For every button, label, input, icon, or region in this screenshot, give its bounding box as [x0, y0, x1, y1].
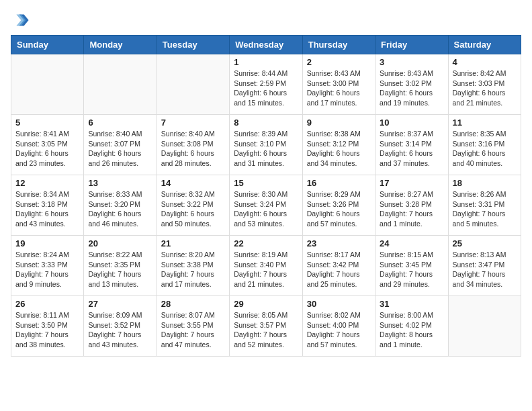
day-info: Sunrise: 8:40 AM Sunset: 3:08 PM Dayligh… — [161, 129, 225, 169]
day-number: 15 — [234, 178, 298, 188]
day-number: 18 — [453, 178, 517, 188]
calendar-cell: 24Sunrise: 8:15 AM Sunset: 3:45 PM Dayli… — [375, 236, 448, 296]
day-number: 28 — [161, 299, 225, 309]
day-info: Sunrise: 8:11 AM Sunset: 3:50 PM Dayligh… — [15, 310, 79, 350]
day-info: Sunrise: 8:44 AM Sunset: 2:59 PM Dayligh… — [234, 68, 298, 108]
day-info: Sunrise: 8:17 AM Sunset: 3:42 PM Dayligh… — [307, 250, 371, 289]
calendar-cell: 20Sunrise: 8:22 AM Sunset: 3:35 PM Dayli… — [84, 236, 157, 296]
day-info: Sunrise: 8:20 AM Sunset: 3:38 PM Dayligh… — [161, 250, 225, 289]
calendar-cell: 3Sunrise: 8:43 AM Sunset: 3:02 PM Daylig… — [375, 54, 448, 115]
day-info: Sunrise: 8:43 AM Sunset: 3:00 PM Dayligh… — [307, 68, 371, 108]
week-row-4: 19Sunrise: 8:24 AM Sunset: 3:33 PM Dayli… — [11, 236, 521, 296]
day-info: Sunrise: 8:22 AM Sunset: 3:35 PM Dayligh… — [88, 250, 152, 289]
calendar-cell — [448, 296, 521, 357]
day-number: 30 — [307, 299, 371, 309]
weekday-header-sunday: Sunday — [11, 36, 84, 54]
day-number: 16 — [307, 178, 371, 188]
weekday-header-tuesday: Tuesday — [157, 36, 229, 54]
day-number: 26 — [15, 299, 79, 309]
day-number: 2 — [307, 57, 371, 67]
calendar-cell: 25Sunrise: 8:13 AM Sunset: 3:47 PM Dayli… — [448, 236, 521, 296]
day-info: Sunrise: 8:41 AM Sunset: 3:05 PM Dayligh… — [15, 129, 79, 169]
day-info: Sunrise: 8:09 AM Sunset: 3:52 PM Dayligh… — [88, 310, 152, 350]
day-info: Sunrise: 8:43 AM Sunset: 3:02 PM Dayligh… — [380, 68, 443, 108]
day-number: 14 — [161, 178, 225, 188]
day-info: Sunrise: 8:27 AM Sunset: 3:28 PM Dayligh… — [380, 189, 443, 229]
weekday-header-saturday: Saturday — [448, 36, 521, 54]
calendar-cell: 29Sunrise: 8:05 AM Sunset: 3:57 PM Dayli… — [230, 296, 302, 357]
day-info: Sunrise: 8:00 AM Sunset: 4:02 PM Dayligh… — [380, 310, 443, 350]
day-number: 11 — [453, 118, 517, 128]
day-info: Sunrise: 8:15 AM Sunset: 3:45 PM Dayligh… — [380, 250, 443, 289]
day-info: Sunrise: 8:24 AM Sunset: 3:33 PM Dayligh… — [15, 250, 79, 289]
weekday-header-thursday: Thursday — [302, 36, 375, 54]
day-number: 17 — [380, 178, 443, 188]
logo-icon — [11, 11, 30, 30]
calendar-cell: 10Sunrise: 8:37 AM Sunset: 3:14 PM Dayli… — [375, 115, 448, 175]
calendar-cell: 28Sunrise: 8:07 AM Sunset: 3:55 PM Dayli… — [157, 296, 229, 357]
day-info: Sunrise: 8:05 AM Sunset: 3:57 PM Dayligh… — [234, 310, 298, 350]
calendar-cell: 21Sunrise: 8:20 AM Sunset: 3:38 PM Dayli… — [157, 236, 229, 296]
day-info: Sunrise: 8:39 AM Sunset: 3:10 PM Dayligh… — [234, 129, 298, 169]
day-number: 24 — [380, 238, 443, 248]
day-number: 21 — [161, 238, 225, 248]
logo — [11, 11, 32, 30]
week-row-3: 12Sunrise: 8:34 AM Sunset: 3:18 PM Dayli… — [11, 175, 521, 236]
calendar-cell: 17Sunrise: 8:27 AM Sunset: 3:28 PM Dayli… — [375, 175, 448, 236]
calendar-cell: 12Sunrise: 8:34 AM Sunset: 3:18 PM Dayli… — [11, 175, 84, 236]
day-info: Sunrise: 8:19 AM Sunset: 3:40 PM Dayligh… — [234, 250, 298, 289]
calendar-cell: 14Sunrise: 8:32 AM Sunset: 3:22 PM Dayli… — [157, 175, 229, 236]
calendar-cell: 22Sunrise: 8:19 AM Sunset: 3:40 PM Dayli… — [230, 236, 302, 296]
calendar-cell: 31Sunrise: 8:00 AM Sunset: 4:02 PM Dayli… — [375, 296, 448, 357]
day-info: Sunrise: 8:33 AM Sunset: 3:20 PM Dayligh… — [88, 189, 152, 229]
day-number: 10 — [380, 118, 443, 128]
calendar-cell — [84, 54, 157, 115]
day-number: 25 — [453, 238, 517, 248]
calendar-cell: 23Sunrise: 8:17 AM Sunset: 3:42 PM Dayli… — [302, 236, 375, 296]
calendar-cell: 15Sunrise: 8:30 AM Sunset: 3:24 PM Dayli… — [230, 175, 302, 236]
day-number: 13 — [88, 178, 152, 188]
calendar-cell: 2Sunrise: 8:43 AM Sunset: 3:00 PM Daylig… — [302, 54, 375, 115]
day-info: Sunrise: 8:34 AM Sunset: 3:18 PM Dayligh… — [15, 189, 79, 229]
day-number: 6 — [88, 118, 152, 128]
day-number: 29 — [234, 299, 298, 309]
calendar-cell: 11Sunrise: 8:35 AM Sunset: 3:16 PM Dayli… — [448, 115, 521, 175]
day-number: 23 — [307, 238, 371, 248]
calendar-cell: 13Sunrise: 8:33 AM Sunset: 3:20 PM Dayli… — [84, 175, 157, 236]
day-number: 8 — [234, 118, 298, 128]
day-info: Sunrise: 8:38 AM Sunset: 3:12 PM Dayligh… — [307, 129, 371, 169]
day-number: 5 — [15, 118, 79, 128]
calendar-table: SundayMondayTuesdayWednesdayThursdayFrid… — [11, 35, 521, 357]
calendar-cell: 7Sunrise: 8:40 AM Sunset: 3:08 PM Daylig… — [157, 115, 229, 175]
calendar-cell: 18Sunrise: 8:26 AM Sunset: 3:31 PM Dayli… — [448, 175, 521, 236]
weekday-header-monday: Monday — [84, 36, 157, 54]
day-number: 31 — [380, 299, 443, 309]
day-number: 12 — [15, 178, 79, 188]
day-info: Sunrise: 8:42 AM Sunset: 3:03 PM Dayligh… — [453, 68, 517, 108]
calendar-cell: 27Sunrise: 8:09 AM Sunset: 3:52 PM Dayli… — [84, 296, 157, 357]
calendar-cell: 8Sunrise: 8:39 AM Sunset: 3:10 PM Daylig… — [230, 115, 302, 175]
day-number: 22 — [234, 238, 298, 248]
calendar-cell: 5Sunrise: 8:41 AM Sunset: 3:05 PM Daylig… — [11, 115, 84, 175]
calendar-cell — [11, 54, 84, 115]
day-info: Sunrise: 8:30 AM Sunset: 3:24 PM Dayligh… — [234, 189, 298, 229]
calendar-cell: 4Sunrise: 8:42 AM Sunset: 3:03 PM Daylig… — [448, 54, 521, 115]
day-info: Sunrise: 8:35 AM Sunset: 3:16 PM Dayligh… — [453, 129, 517, 169]
day-info: Sunrise: 8:37 AM Sunset: 3:14 PM Dayligh… — [380, 129, 443, 169]
calendar-cell: 19Sunrise: 8:24 AM Sunset: 3:33 PM Dayli… — [11, 236, 84, 296]
day-number: 1 — [234, 57, 298, 67]
day-number: 9 — [307, 118, 371, 128]
day-info: Sunrise: 8:32 AM Sunset: 3:22 PM Dayligh… — [161, 189, 225, 229]
calendar-cell: 1Sunrise: 8:44 AM Sunset: 2:59 PM Daylig… — [230, 54, 302, 115]
day-info: Sunrise: 8:07 AM Sunset: 3:55 PM Dayligh… — [161, 310, 225, 350]
day-info: Sunrise: 8:26 AM Sunset: 3:31 PM Dayligh… — [453, 189, 517, 229]
weekday-header-row: SundayMondayTuesdayWednesdayThursdayFrid… — [11, 36, 521, 54]
calendar-cell: 6Sunrise: 8:40 AM Sunset: 3:07 PM Daylig… — [84, 115, 157, 175]
week-row-1: 1Sunrise: 8:44 AM Sunset: 2:59 PM Daylig… — [11, 54, 521, 115]
day-number: 4 — [453, 57, 517, 67]
day-info: Sunrise: 8:29 AM Sunset: 3:26 PM Dayligh… — [307, 189, 371, 229]
day-number: 27 — [88, 299, 152, 309]
week-row-2: 5Sunrise: 8:41 AM Sunset: 3:05 PM Daylig… — [11, 115, 521, 175]
calendar-cell: 26Sunrise: 8:11 AM Sunset: 3:50 PM Dayli… — [11, 296, 84, 357]
day-number: 3 — [380, 57, 443, 67]
